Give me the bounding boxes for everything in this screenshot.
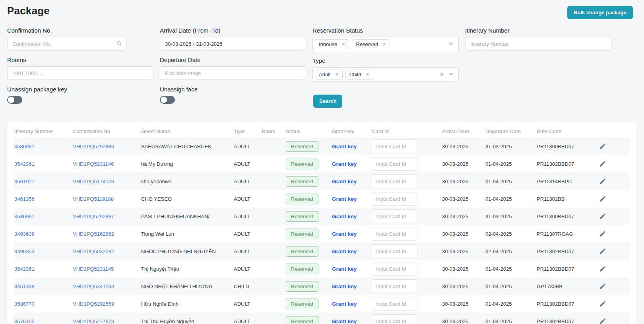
confirmation-no-link[interactable]: VHD1PQ5231146	[73, 161, 114, 167]
tag-label: Inhouse	[319, 41, 337, 47]
edit-icon[interactable]	[598, 229, 607, 238]
grant-key-link[interactable]: Grant key	[332, 231, 357, 237]
unassign-face-label: Unassign face	[160, 86, 306, 93]
card-id-input[interactable]	[372, 157, 417, 171]
itinerary-number-link[interactable]: 3542361	[14, 161, 35, 167]
edit-icon[interactable]	[598, 212, 607, 221]
selected-tag-chip[interactable]: Inhouse✕	[315, 39, 349, 49]
confirmation-no-link[interactable]: VHD1PQ5174106	[73, 178, 114, 184]
selected-tag-chip[interactable]: Child✕	[345, 70, 373, 80]
grant-key-link[interactable]: Grant key	[332, 213, 357, 219]
table-row: 3586961 VHD1PQ5292887 PASIT PHUNGKHUANKH…	[14, 208, 630, 225]
confirmation-no-link[interactable]: VHD1PQ5032032	[73, 248, 114, 254]
selected-tag-chip[interactable]: Adult✕	[315, 70, 343, 80]
remove-tag-icon[interactable]: ✕	[382, 42, 386, 47]
edit-icon[interactable]	[598, 282, 607, 291]
search-button[interactable]: Search	[313, 95, 342, 108]
grant-key-link[interactable]: Grant key	[332, 266, 357, 272]
edit-icon[interactable]	[598, 264, 607, 273]
departure-date: 01-04-2025	[485, 178, 537, 184]
type-select[interactable]: Adult✕Child✕ ✕	[312, 67, 459, 81]
confirmation-no-link[interactable]: VHD1PQ5341063	[73, 283, 114, 289]
itinerary-number-input[interactable]	[465, 37, 611, 50]
card-id-input[interactable]	[372, 314, 417, 324]
edit-icon[interactable]	[598, 299, 607, 308]
edit-icon[interactable]	[598, 317, 607, 324]
confirmation-no-link[interactable]: VHD1PQ5231145	[73, 266, 114, 272]
grant-key-link[interactable]: Grant key	[332, 196, 357, 202]
itinerary-number-link[interactable]: 3586770	[14, 301, 35, 307]
filter-panel: Confirmation No. Rooms Unassign package …	[0, 27, 644, 110]
grant-key-link[interactable]: Grant key	[332, 318, 357, 324]
rooms-label: Rooms	[7, 56, 153, 63]
card-id-input[interactable]	[372, 297, 417, 310]
grant-key-link[interactable]: Grant key	[332, 161, 357, 167]
confirmation-no-link[interactable]: VHD1PQ5119188	[73, 196, 114, 202]
guest-type: ADULT	[234, 161, 262, 167]
remove-tag-icon[interactable]: ✕	[341, 42, 345, 47]
itinerary-number-link[interactable]: 3451338	[14, 283, 35, 289]
card-id-input[interactable]	[372, 279, 417, 293]
departure-date: 31-03-2025	[485, 144, 537, 149]
chevron-down-icon[interactable]	[448, 71, 454, 78]
reservation-status-select[interactable]: Inhouse✕Reserved✕	[312, 37, 459, 51]
selected-tag-chip[interactable]: Reserved✕	[352, 39, 390, 49]
remove-tag-icon[interactable]: ✕	[365, 72, 369, 77]
table-row: 3451338 VHD1PQ5341063 NGÔ NHẬT KHÁNH THƯ…	[14, 277, 630, 295]
search-icon	[116, 41, 122, 48]
clear-icon[interactable]: ✕	[440, 72, 444, 78]
itinerary-number-link[interactable]: 3576105	[14, 318, 35, 324]
grant-key-link[interactable]: Grant key	[332, 301, 357, 307]
grant-key-link[interactable]: Grant key	[332, 283, 357, 289]
arrival-date: 30-03-2025	[442, 266, 485, 272]
card-id-input[interactable]	[372, 210, 417, 223]
confirmation-no-link[interactable]: VHD1PQ5292887	[73, 213, 114, 219]
grant-key-link[interactable]: Grant key	[332, 248, 357, 254]
itinerary-number-link[interactable]: 3396353	[14, 248, 35, 254]
confirmation-no-link[interactable]: VHD1PQ5162862	[73, 231, 114, 237]
arrival-date-input[interactable]	[160, 37, 306, 50]
table-row: 3542361 VHD1PQ5231146 hà My Dương ADULT …	[14, 155, 630, 173]
itinerary-number-link[interactable]: 3542361	[14, 266, 35, 272]
itinerary-number-link[interactable]: 3586961	[14, 144, 35, 149]
arrival-date: 30-03-2025	[442, 144, 485, 149]
rooms-input[interactable]	[7, 66, 153, 80]
card-id-input[interactable]	[372, 140, 417, 153]
itinerary-number-link[interactable]: 3461356	[14, 196, 35, 202]
confirmation-no-link[interactable]: VHD1PQ5277973	[73, 318, 114, 324]
unassign-package-key-toggle[interactable]	[7, 96, 22, 104]
rate-code: PR11302BBD07	[537, 266, 598, 272]
confirmation-no-input[interactable]	[7, 37, 126, 50]
results-table-card: Itinerary NumberConfirmation NoGuest Nam…	[7, 122, 637, 324]
itinerary-number-link[interactable]: 3493638	[14, 231, 35, 237]
unassign-face-toggle[interactable]	[160, 96, 175, 104]
bulk-change-package-button[interactable]: Bulk change package	[567, 6, 633, 19]
rate-code: PR11300BBD07	[537, 213, 598, 219]
remove-tag-icon[interactable]: ✕	[335, 72, 339, 77]
table-row: 3586770 VHD1PQ5292559 Hữu Nghĩa Đinh ADU…	[14, 295, 630, 312]
chevron-down-icon[interactable]	[448, 41, 454, 48]
departure-date-input[interactable]	[160, 66, 306, 80]
confirmation-no-link[interactable]: VHD1PQ5292559	[73, 301, 114, 307]
grant-key-link[interactable]: Grant key	[332, 178, 357, 184]
confirmation-no-link[interactable]: VHD1PQ5292886	[73, 144, 114, 149]
arrival-date: 30-03-2025	[442, 161, 485, 167]
filter-column-3: Reservation Status Inhouse✕Reserved✕ Typ…	[312, 27, 459, 110]
arrival-date: 30-03-2025	[442, 318, 485, 324]
guest-type: ADULT	[234, 318, 262, 324]
itinerary-number-link[interactable]: 3501927	[14, 178, 35, 184]
table-row: 3396353 VHD1PQ5032032 NGỌC PHƯƠNG NHI NG…	[14, 243, 630, 260]
card-id-input[interactable]	[372, 262, 417, 275]
card-id-input[interactable]	[372, 244, 417, 258]
card-id-input[interactable]	[372, 192, 417, 206]
card-id-input[interactable]	[372, 227, 417, 241]
itinerary-number-link[interactable]: 3586961	[14, 213, 35, 219]
edit-icon[interactable]	[598, 142, 607, 151]
card-id-input[interactable]	[372, 175, 417, 188]
edit-icon[interactable]	[598, 194, 607, 203]
edit-icon[interactable]	[598, 177, 607, 186]
edit-icon[interactable]	[598, 247, 607, 256]
grant-key-link[interactable]: Grant key	[332, 144, 357, 149]
itinerary-number-label: Itinerary Number	[465, 27, 611, 34]
edit-icon[interactable]	[598, 159, 607, 168]
